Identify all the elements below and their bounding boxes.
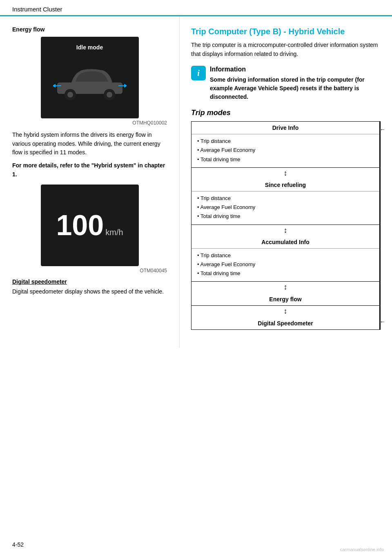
since-refueling-item-3: • Total driving time — [197, 212, 374, 221]
bracket-top — [380, 121, 381, 229]
page-header: Instrument Cluster — [0, 0, 392, 16]
speedo-box: 100km/h — [41, 185, 139, 266]
accumulated-info-item-2: • Average Fuel Economy — [197, 260, 374, 269]
caption2: OTM040045 — [12, 268, 167, 274]
info-content: Information Some driving information sto… — [210, 66, 380, 101]
flow-diagram-wrapper: Drive Info • Trip distance • Average Fue… — [191, 121, 380, 329]
flow-box-since-refueling: Since refueling • Trip distance • Averag… — [192, 179, 379, 225]
info-box: i Information Some driving information s… — [191, 66, 380, 101]
arrow-4: ↕ — [192, 306, 379, 317]
left-column: Energy flow Idle mode — [0, 16, 180, 348]
page-footer: 4-52 — [12, 541, 24, 548]
car-image-container: Idle mode — [41, 37, 139, 118]
speedo-display: 100km/h — [56, 211, 123, 240]
info-heading: Information — [210, 66, 380, 73]
arrow-1: ↕ — [192, 168, 379, 179]
bracket-bottom — [380, 221, 381, 329]
flow-diagram: Drive Info • Trip distance • Average Fue… — [191, 121, 380, 329]
speedo-unit: km/h — [105, 228, 123, 236]
accumulated-info-header: Accumulated Info — [192, 236, 379, 249]
svg-marker-8 — [125, 85, 127, 87]
since-refueling-items: • Trip distance • Average Fuel Economy •… — [192, 191, 379, 224]
svg-point-4 — [107, 92, 112, 98]
digital-speedometer-header: Digital Speedometer — [192, 317, 379, 329]
accumulated-info-items: • Trip distance • Average Fuel Economy •… — [192, 249, 379, 281]
bracket-arrow-bottom: ← — [380, 318, 385, 325]
digital-speedo-text: Digital speedometer display shows the sp… — [12, 287, 167, 296]
drive-info-header: Drive Info — [192, 122, 379, 134]
accumulated-info-item-3: • Total driving time — [197, 269, 374, 278]
car-image-box: Idle mode — [41, 37, 139, 118]
since-refueling-item-1: • Trip distance — [197, 194, 374, 203]
svg-marker-6 — [53, 85, 55, 87]
since-refueling-header: Since refueling — [192, 179, 379, 191]
accumulated-info-item-1: • Trip distance — [197, 251, 374, 260]
intro-text: The trip computer is a microcomputer-con… — [191, 41, 380, 58]
flow-box-accumulated-info: Accumulated Info • Trip distance • Avera… — [192, 236, 379, 282]
caption1: OTMHQ010002 — [12, 120, 167, 126]
flow-box-energy-flow: Energy flow — [192, 293, 379, 306]
drive-info-item-2: • Average Fuel Economy — [197, 146, 374, 155]
car-silhouette-svg — [53, 57, 127, 106]
arrow-2: ↕ — [192, 225, 379, 236]
arrow-3: ↕ — [192, 282, 379, 293]
watermark: carmanualsonline.info — [340, 547, 384, 552]
flow-box-digital-speedometer: Digital Speedometer — [192, 317, 379, 329]
speedo-image-container: 100km/h — [41, 185, 139, 266]
section-heading: Trip Computer (Type B) - Hybrid Vehicle — [191, 26, 380, 37]
svg-point-2 — [67, 92, 73, 98]
drive-info-items: • Trip distance • Average Fuel Economy •… — [192, 134, 379, 167]
bracket-arrow-top: ← — [380, 126, 385, 133]
since-refueling-item-2: • Average Fuel Economy — [197, 203, 374, 212]
info-body: Some driving information stored in the t… — [210, 76, 380, 101]
energy-flow-header: Energy flow — [192, 293, 379, 305]
drive-info-item-3: • Total driving time — [197, 155, 374, 164]
right-column: Trip Computer (Type B) - Hybrid Vehicle … — [180, 16, 392, 348]
header-title: Instrument Cluster — [12, 6, 62, 13]
page-number: 4-52 — [12, 541, 24, 548]
speedo-value: 100 — [56, 211, 104, 240]
energy-flow-label: Energy flow — [12, 26, 167, 33]
flow-box-drive-info: Drive Info • Trip distance • Average Fue… — [192, 122, 379, 167]
digital-speedo-label: Digital speedometer — [12, 278, 167, 285]
hybrid-system-note: For more details, refer to the "Hybrid s… — [12, 161, 167, 179]
trip-modes-heading: Trip modes — [191, 109, 380, 117]
idle-mode-label: Idle mode — [76, 44, 103, 51]
info-icon: i — [191, 66, 206, 80]
energy-flow-body: The hybrid system informs the drivers it… — [12, 131, 167, 157]
main-content: Energy flow Idle mode — [0, 16, 392, 348]
drive-info-item-1: • Trip distance — [197, 137, 374, 146]
